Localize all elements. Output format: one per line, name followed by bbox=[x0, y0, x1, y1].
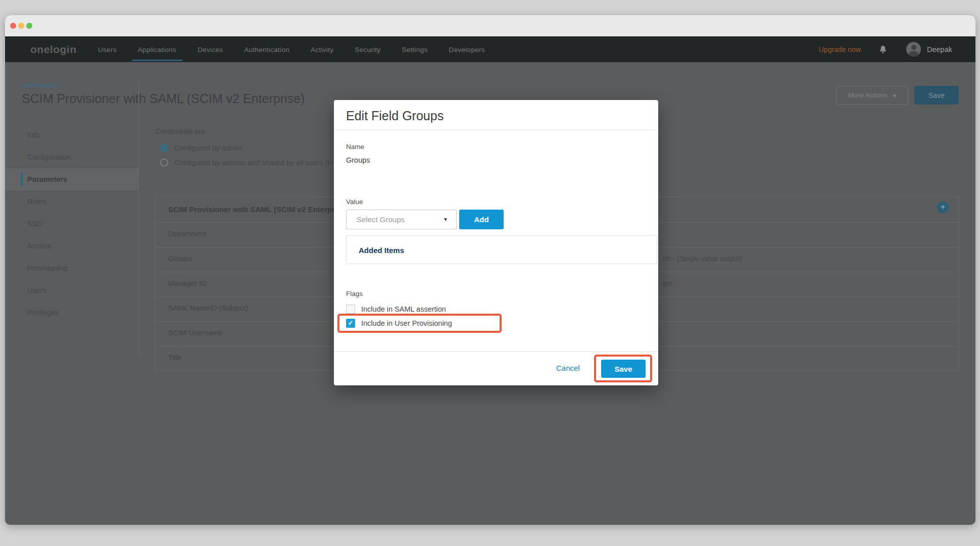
sidebar-item-configuration[interactable]: Configuration bbox=[5, 146, 138, 168]
sidebar-item-sso[interactable]: SSO bbox=[5, 213, 138, 235]
added-items-label: Added Items bbox=[359, 246, 404, 255]
nav-item-applications[interactable]: Applications bbox=[132, 36, 182, 62]
sidebar-item-access[interactable]: Access bbox=[5, 235, 138, 257]
breadcrumb[interactable]: Applications / bbox=[22, 81, 62, 89]
top-navbar: onelogin Users Applications Devices Auth… bbox=[5, 36, 975, 62]
sidebar-divider bbox=[138, 77, 139, 356]
onelogin-logo[interactable]: onelogin bbox=[30, 36, 77, 62]
notifications-bell-icon[interactable] bbox=[878, 44, 888, 55]
flags-label: Flags bbox=[346, 290, 363, 297]
nav-item-security[interactable]: Security bbox=[349, 36, 386, 62]
edit-field-groups-modal: Edit Field Groups Name Groups Value Sele… bbox=[334, 100, 658, 385]
sidebar-item-rules[interactable]: Rules bbox=[5, 190, 138, 213]
chevron-down-icon: ▾ bbox=[444, 216, 447, 223]
avatar-person-icon bbox=[911, 45, 916, 50]
select-groups-dropdown[interactable]: Select Groups ▾ bbox=[346, 210, 457, 229]
close-window-button[interactable] bbox=[10, 23, 16, 29]
sidebar-item-parameters[interactable]: Parameters bbox=[5, 168, 138, 190]
cancel-button[interactable]: Cancel bbox=[556, 364, 580, 372]
more-actions-button[interactable]: More Actions ▾ bbox=[836, 86, 908, 105]
upgrade-now-link[interactable]: Upgrade now bbox=[819, 45, 861, 54]
page-title: SCIM Provisioner with SAML (SCIM v2 Ente… bbox=[22, 91, 305, 106]
sidebar-item-privileges[interactable]: Privileges bbox=[5, 302, 138, 324]
radio-configured-by-admin[interactable] bbox=[160, 144, 168, 152]
nav-item-users[interactable]: Users bbox=[92, 36, 123, 62]
user-avatar[interactable] bbox=[906, 42, 921, 57]
table-header: SCIM Provisioner with SAML (SCIM v2 Ente… bbox=[168, 205, 341, 214]
app-window: onelogin Users Applications Devices Auth… bbox=[5, 15, 975, 525]
sidebar-item-users[interactable]: Users bbox=[5, 279, 138, 302]
added-items-box: Added Items bbox=[346, 235, 657, 264]
modal-footer-divider bbox=[334, 351, 658, 352]
modal-title: Edit Field Groups bbox=[346, 109, 444, 123]
radio-configured-shared[interactable] bbox=[160, 159, 168, 167]
nav-item-activity[interactable]: Activity bbox=[305, 36, 339, 62]
main-nav: Users Applications Devices Authenticatio… bbox=[87, 36, 496, 62]
navbar-right: Upgrade now Deepak bbox=[819, 36, 975, 62]
nav-item-settings[interactable]: Settings bbox=[396, 36, 433, 62]
nav-item-authentication[interactable]: Authentication bbox=[238, 36, 296, 62]
add-button[interactable]: Add bbox=[459, 210, 504, 229]
credentials-label: Credentials are bbox=[156, 127, 205, 135]
table-row-manager-value: ger - bbox=[662, 279, 677, 287]
user-name: Deepak bbox=[927, 45, 952, 54]
modal-save-button[interactable]: Save bbox=[601, 360, 646, 378]
chevron-down-icon: ▾ bbox=[893, 91, 896, 100]
name-value: Groups bbox=[346, 156, 370, 164]
table-row-groups-value: rm-- (Single value output) bbox=[662, 255, 742, 263]
nav-item-devices[interactable]: Devices bbox=[191, 36, 229, 62]
select-placeholder: Select Groups bbox=[357, 215, 405, 224]
modal-header-divider bbox=[334, 130, 658, 130]
add-parameter-button[interactable]: + bbox=[937, 202, 949, 213]
minimize-window-button[interactable] bbox=[18, 23, 24, 29]
sidebar-item-provisioning[interactable]: Provisioning bbox=[5, 257, 138, 279]
screen: onelogin Users Applications Devices Auth… bbox=[0, 0, 980, 546]
checkbox-unchecked-icon[interactable] bbox=[346, 305, 355, 314]
checkbox-checked-icon[interactable]: ✓ bbox=[346, 319, 355, 328]
zoom-window-button[interactable] bbox=[26, 23, 32, 29]
name-label: Name bbox=[346, 143, 364, 151]
header-save-button[interactable]: Save bbox=[914, 86, 959, 105]
value-label: Value bbox=[346, 198, 363, 206]
nav-item-developers[interactable]: Developers bbox=[443, 36, 491, 62]
window-titlebar bbox=[5, 15, 975, 36]
sidebar-item-info[interactable]: Info bbox=[5, 124, 138, 146]
